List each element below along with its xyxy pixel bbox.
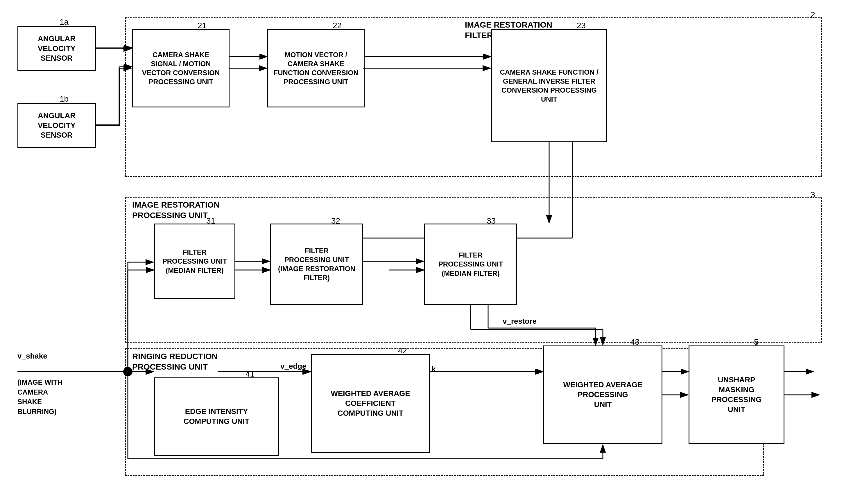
sensor-1a-label: ANGULARVELOCITYSENSOR xyxy=(38,34,75,63)
ref-32: 32 xyxy=(331,216,340,226)
v-shake-sub-label: (IMAGE WITHCAMERASHAKEBLURRING) xyxy=(17,377,63,416)
v-restore-label: v_restore xyxy=(503,317,537,326)
unit-33-block: FILTERPROCESSING UNIT(MEDIAN FILTER) xyxy=(424,223,517,305)
dashed-box-2 xyxy=(125,17,822,177)
ref-22: 22 xyxy=(333,21,342,30)
unit-43-block: WEIGHTED AVERAGEPROCESSINGUNIT xyxy=(543,345,663,444)
k-label: k xyxy=(432,364,436,374)
v-shake-label: v_shake xyxy=(17,351,47,361)
unit-43-label: WEIGHTED AVERAGEPROCESSINGUNIT xyxy=(563,380,643,409)
sensor-1b-block: ANGULARVELOCITYSENSOR xyxy=(17,103,96,148)
unit-42-label: WEIGHTED AVERAGECOEFFICIENTCOMPUTING UNI… xyxy=(331,389,410,418)
unit-41-label: EDGE INTENSITYCOMPUTING UNIT xyxy=(183,407,250,427)
v-edge-label: v_edge xyxy=(280,361,306,371)
unit-41-block: EDGE INTENSITYCOMPUTING UNIT xyxy=(154,377,279,456)
unit-32-label: FILTERPROCESSING UNIT(IMAGE RESTORATIONF… xyxy=(278,246,355,283)
unit-5-block: UNSHARPMASKINGPROCESSINGUNIT xyxy=(689,345,785,444)
unit-21-block: CAMERA SHAKESIGNAL / MOTIONVECTOR CONVER… xyxy=(132,29,230,107)
ref-33: 33 xyxy=(487,216,496,226)
unit-23-label: CAMERA SHAKE FUNCTION /GENERAL INVERSE F… xyxy=(500,68,598,104)
ref-5: 5 xyxy=(754,337,759,347)
unit-31-label: FILTERPROCESSING UNIT(MEDIAN FILTER) xyxy=(162,248,227,275)
sensor-1b-label: ANGULARVELOCITYSENSOR xyxy=(38,111,75,140)
unit-5-label: UNSHARPMASKINGPROCESSINGUNIT xyxy=(711,375,761,414)
unit-21-label: CAMERA SHAKESIGNAL / MOTIONVECTOR CONVER… xyxy=(142,50,220,87)
unit-33-label: FILTERPROCESSING UNIT(MEDIAN FILTER) xyxy=(438,251,503,278)
unit-22-block: MOTION VECTOR /CAMERA SHAKEFUNCTION CONV… xyxy=(267,29,365,107)
sensor-1a-block: ANGULARVELOCITYSENSOR xyxy=(17,26,96,71)
ref-41: 41 xyxy=(246,369,254,379)
unit-22-label: MOTION VECTOR /CAMERA SHAKEFUNCTION CONV… xyxy=(274,50,358,87)
ref-43: 43 xyxy=(631,337,639,347)
unit-31-block: FILTERPROCESSING UNIT(MEDIAN FILTER) xyxy=(154,223,235,299)
ref-31: 31 xyxy=(206,216,215,226)
unit-42-block: WEIGHTED AVERAGECOEFFICIENTCOMPUTING UNI… xyxy=(311,354,430,453)
ref-1b: 1b xyxy=(59,94,69,104)
unit-32-block: FILTERPROCESSING UNIT(IMAGE RESTORATIONF… xyxy=(270,223,363,305)
dashed-box-4-label: RINGING REDUCTIONPROCESSING UNIT xyxy=(132,351,217,373)
ref-1a: 1a xyxy=(59,17,69,27)
ref-23: 23 xyxy=(577,21,586,30)
ref-42: 42 xyxy=(398,346,407,355)
unit-23-block: CAMERA SHAKE FUNCTION /GENERAL INVERSE F… xyxy=(491,29,607,142)
diagram: ANGULARVELOCITYSENSOR ANGULARVELOCITYSEN… xyxy=(0,0,844,504)
ref-3: 3 xyxy=(811,190,815,199)
ref-21: 21 xyxy=(197,21,207,30)
ref-2: 2 xyxy=(811,10,815,19)
